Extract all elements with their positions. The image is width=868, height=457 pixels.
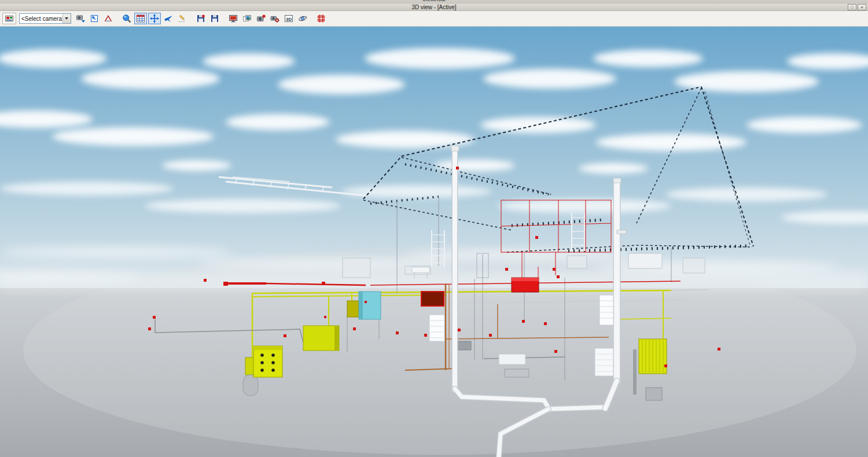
toolbar: <Select camera> [0, 11, 868, 27]
3d-viewport[interactable] [0, 27, 868, 457]
zoom-window-button[interactable] [88, 13, 101, 24]
close-icon: × [860, 5, 863, 10]
toolbar-separator [222, 13, 226, 24]
camera-selector-value: <Select camera> [20, 16, 62, 22]
orbit-icon [298, 14, 307, 23]
export-image-icon [242, 14, 252, 23]
view-3d-glyph: 3D [286, 17, 292, 22]
section-grid-button[interactable] [315, 13, 328, 24]
toolbar-separator [310, 13, 314, 24]
scene-camera-button[interactable] [2, 13, 16, 24]
section-grid-icon [317, 14, 326, 23]
render-monitor-button[interactable] [227, 13, 240, 24]
view-3d-button[interactable]: 3D [282, 13, 295, 24]
toolbar-separator [190, 13, 193, 24]
fly-mode-icon [164, 14, 173, 23]
camera-target-button[interactable] [74, 13, 87, 24]
orbit-button[interactable] [296, 13, 309, 24]
zoom-window-icon [90, 14, 99, 23]
camera-record-button[interactable] [255, 13, 267, 24]
save-view-icon [196, 14, 205, 23]
save-icon [210, 14, 219, 23]
measure-pencil-icon [178, 14, 187, 23]
window-title: 3D view - [Active] [0, 3, 868, 11]
chevron-down-icon[interactable] [62, 14, 71, 23]
measure-button[interactable] [176, 13, 189, 24]
save-view-button[interactable] [194, 13, 207, 24]
parent-title-fragment: electrical [0, 0, 868, 2]
pan-button[interactable] [148, 13, 161, 24]
maximize-icon: □ [851, 5, 854, 10]
save-button[interactable] [208, 13, 221, 24]
camera-selector[interactable]: <Select camera> [19, 13, 71, 24]
close-button[interactable]: × [858, 4, 866, 10]
grid-view-icon [136, 14, 145, 23]
viewing-angle-button[interactable] [102, 13, 115, 24]
maximize-button[interactable]: □ [848, 4, 856, 10]
fly-mode-button[interactable] [162, 13, 175, 24]
scene-camera-icon [5, 14, 14, 23]
pan-arrows-icon [150, 14, 159, 23]
title-bar[interactable]: 3D view - [Active] □ × [0, 3, 868, 11]
viewing-angle-icon [104, 14, 113, 23]
3d-scene [0, 27, 868, 457]
render-monitor-icon [229, 14, 238, 23]
zoom-globe-icon [122, 14, 131, 23]
camera-settings-icon [270, 14, 279, 23]
zoom-globe-button[interactable] [120, 13, 133, 24]
camera-settings-button[interactable] [269, 13, 281, 24]
camera-record-icon [256, 14, 266, 23]
grid-view-button[interactable] [134, 13, 147, 24]
toolbar-separator [116, 13, 119, 24]
view-3d-icon: 3D [284, 14, 293, 23]
camera-target-icon [76, 14, 85, 23]
export-image-button[interactable] [241, 13, 253, 24]
window-controls: □ × [848, 4, 868, 10]
application-window: electrical 3D view - [Active] □ × <Selec… [0, 0, 868, 457]
